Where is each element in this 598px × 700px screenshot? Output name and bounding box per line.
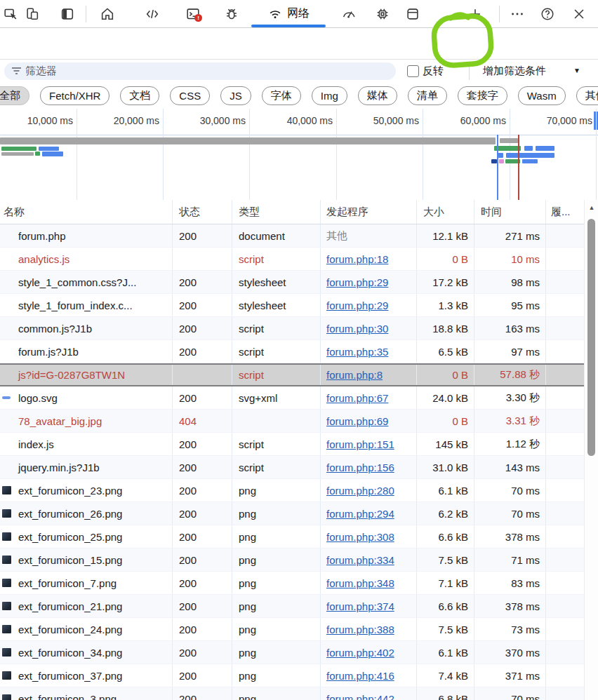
- add-filter-caret-icon[interactable]: ▼: [573, 67, 580, 74]
- inspect-element-icon[interactable]: [3, 6, 18, 22]
- initiator-link[interactable]: forum.php:29: [326, 299, 388, 311]
- devtools-tabbar: ! 网络: [0, 0, 598, 28]
- request-row[interactable]: 78_avatar_big.jpg404forum.php:690 B3.31 …: [0, 410, 584, 433]
- filter-input[interactable]: 筛选器: [4, 62, 396, 80]
- type-filter-Img[interactable]: Img: [312, 86, 347, 105]
- add-filter-button[interactable]: 增加筛选条件: [483, 65, 546, 78]
- request-row[interactable]: ext_forumicon_3.png200pngforum.php:4426.…: [0, 687, 584, 700]
- invert-checkbox[interactable]: [407, 65, 419, 77]
- column-header-name[interactable]: 名称: [0, 200, 173, 224]
- request-status: 200: [173, 664, 232, 687]
- request-time: 95 ms: [474, 294, 546, 316]
- type-filter-JS[interactable]: JS: [220, 86, 251, 105]
- timeline-overview[interactable]: 10,000 ms20,000 ms30,000 ms40,000 ms50,0…: [0, 109, 598, 200]
- initiator-link[interactable]: forum.php:29: [326, 276, 388, 288]
- request-row[interactable]: logo.svg200svg+xmlforum.php:6724.0 kB3.3…: [0, 386, 584, 410]
- column-header-status[interactable]: 状态: [173, 200, 232, 224]
- device-emulation-icon[interactable]: [25, 6, 40, 22]
- waterfall-bar: [499, 159, 504, 163]
- request-waterfall: [546, 317, 584, 339]
- storage-icon[interactable]: [405, 6, 420, 22]
- type-filter-套接字[interactable]: 套接字: [458, 86, 507, 105]
- type-filter-媒体[interactable]: 媒体: [358, 86, 397, 105]
- column-header-time[interactable]: 时间: [474, 200, 546, 224]
- dock-panel-icon[interactable]: [60, 6, 75, 22]
- request-row[interactable]: ext_forumicon_24.png200pngforum.php:3887…: [0, 618, 584, 641]
- request-row[interactable]: style_1_forum_index.c...200stylesheetfor…: [0, 294, 584, 317]
- close-icon[interactable]: [571, 6, 587, 22]
- type-filter-Wasm[interactable]: Wasm: [518, 86, 566, 105]
- type-filter-清单[interactable]: 清单: [408, 86, 447, 105]
- initiator-link[interactable]: forum.php:35: [326, 346, 388, 358]
- request-size: 6.1 kB: [417, 479, 474, 502]
- more-options-icon[interactable]: [510, 6, 525, 22]
- request-row[interactable]: forum.js?J1b200scriptforum.php:356.5 kB9…: [0, 340, 584, 363]
- request-row[interactable]: style_1_common.css?J...200stylesheetforu…: [0, 271, 584, 294]
- initiator-link[interactable]: forum.php:18: [326, 253, 388, 265]
- type-filter-字体[interactable]: 字体: [262, 86, 301, 105]
- elements-code-icon[interactable]: [145, 6, 160, 22]
- request-row[interactable]: analytics.jsscriptforum.php:180 B10 ms: [0, 248, 584, 271]
- performance-gauge-icon[interactable]: [341, 6, 357, 22]
- memory-chip-icon[interactable]: [375, 6, 390, 22]
- vertical-scrollbar[interactable]: ▲: [584, 200, 598, 700]
- initiator-link[interactable]: forum.php:294: [326, 508, 394, 520]
- add-panel-icon[interactable]: [467, 6, 483, 22]
- initiator-link[interactable]: forum.php:151: [326, 438, 394, 450]
- column-header-waterfall[interactable]: 履...: [546, 200, 584, 224]
- request-status: 200: [173, 271, 232, 293]
- scrollbar-thumb[interactable]: [587, 219, 595, 456]
- initiator-link[interactable]: forum.php:442: [326, 693, 394, 700]
- request-row[interactable]: ext_forumicon_23.png200pngforum.php:2806…: [0, 479, 584, 502]
- help-icon[interactable]: [540, 6, 555, 22]
- request-row[interactable]: common.js?J1b200scriptforum.php:3018.8 k…: [0, 317, 584, 340]
- request-row[interactable]: js?id=G-0287G8TW1Nscriptforum.php:80 B57…: [0, 363, 584, 386]
- column-header-initiator[interactable]: 发起程序: [321, 200, 417, 224]
- request-time: 70 ms: [474, 502, 546, 525]
- tab-network[interactable]: 网络: [247, 0, 330, 27]
- initiator-link[interactable]: forum.php:348: [326, 577, 394, 589]
- initiator-link[interactable]: forum.php:69: [326, 415, 388, 427]
- type-filter-CSS[interactable]: CSS: [170, 86, 210, 105]
- request-row[interactable]: jquery.min.js?J1b200scriptforum.php:1563…: [0, 456, 584, 479]
- request-row[interactable]: ext_forumicon_25.png200pngforum.php:3086…: [0, 525, 584, 548]
- request-row[interactable]: ext_forumicon_34.png200pngforum.php:4026…: [0, 641, 584, 664]
- request-row[interactable]: index.js200scriptforum.php:151145 kB1.12…: [0, 433, 584, 456]
- request-type: [232, 410, 321, 432]
- type-filter-Fetch/XHR[interactable]: Fetch/XHR: [40, 86, 109, 105]
- image-thumbnail-icon: [2, 556, 11, 564]
- console-icon[interactable]: !: [185, 6, 205, 25]
- initiator-link[interactable]: forum.php:30: [326, 323, 388, 335]
- request-row[interactable]: ext_forumicon_21.png200pngforum.php:3746…: [0, 595, 584, 618]
- scroll-up-icon[interactable]: ▲: [585, 204, 598, 211]
- request-type: png: [232, 618, 321, 640]
- initiator-link[interactable]: forum.php:402: [326, 647, 394, 659]
- initiator-link[interactable]: forum.php:416: [326, 670, 394, 682]
- type-filter-全部[interactable]: 全部: [0, 86, 29, 105]
- initiator-link[interactable]: forum.php:156: [326, 462, 394, 473]
- column-header-type[interactable]: 类型: [232, 200, 321, 224]
- type-filter-文档[interactable]: 文档: [120, 86, 159, 105]
- initiator-link[interactable]: forum.php:280: [326, 485, 394, 497]
- request-row[interactable]: ext_forumicon_7.png200pngforum.php:3487.…: [0, 572, 584, 595]
- request-row[interactable]: ext_forumicon_26.png200pngforum.php:2946…: [0, 502, 584, 525]
- initiator-link[interactable]: forum.php:308: [326, 531, 394, 543]
- request-row[interactable]: ext_forumicon_15.png200pngforum.php:3347…: [0, 548, 584, 572]
- request-row[interactable]: forum.php200document其他12.1 kB271 ms: [0, 224, 584, 248]
- request-initiator: forum.php:280: [321, 479, 417, 502]
- network-tab-label: 网络: [287, 6, 310, 21]
- initiator-link[interactable]: forum.php:388: [326, 624, 394, 635]
- type-filter-其他[interactable]: 其他: [576, 86, 598, 105]
- request-status: 200: [173, 641, 232, 664]
- request-size: 6.2 kB: [417, 502, 474, 525]
- initiator-link[interactable]: forum.php:8: [326, 369, 383, 381]
- column-header-size[interactable]: 大小: [417, 200, 474, 224]
- request-time: 70 ms: [474, 687, 546, 700]
- initiator-link[interactable]: forum.php:374: [326, 600, 394, 612]
- initiator-link[interactable]: forum.php:334: [326, 554, 394, 566]
- home-icon[interactable]: [100, 6, 115, 22]
- initiator-link[interactable]: forum.php:67: [326, 392, 388, 404]
- debugger-bug-icon[interactable]: [224, 6, 239, 22]
- request-row[interactable]: ext_forumicon_37.png200pngforum.php:4167…: [0, 664, 584, 687]
- request-name: ext_forumicon_25.png: [0, 525, 173, 548]
